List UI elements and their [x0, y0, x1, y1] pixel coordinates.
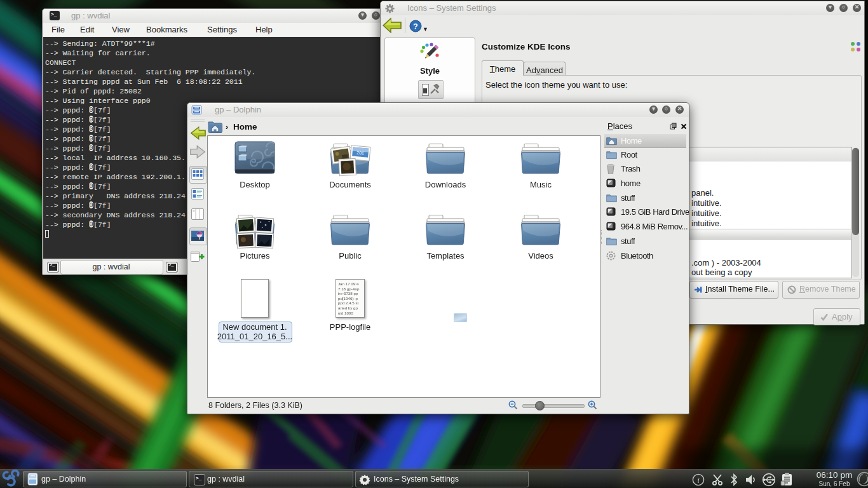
- svg-text:i: i: [697, 475, 700, 485]
- svg-text:201: 201: [356, 151, 364, 156]
- svg-text:?: ?: [413, 22, 418, 31]
